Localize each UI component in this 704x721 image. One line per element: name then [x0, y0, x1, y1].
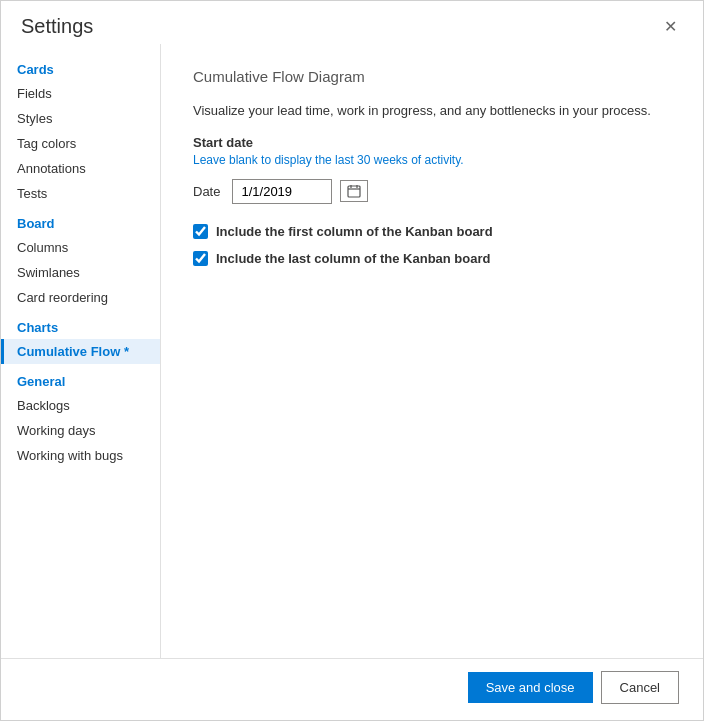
sidebar-section-cards[interactable]: Cards [1, 52, 160, 81]
sidebar-item-working-days[interactable]: Working days [1, 418, 160, 443]
date-input[interactable] [232, 179, 332, 204]
description-text: Visualize your lead time, work in progre… [193, 103, 651, 118]
sidebar: Cards Fields Styles Tag colors Annotatio… [1, 44, 161, 658]
checkbox-row-2: Include the last column of the Kanban bo… [193, 251, 671, 266]
sidebar-section-general[interactable]: General [1, 364, 160, 393]
sidebar-item-backlogs[interactable]: Backlogs [1, 393, 160, 418]
dialog-title: Settings [21, 15, 93, 38]
sidebar-item-working-with-bugs[interactable]: Working with bugs [1, 443, 160, 468]
include-first-column-label[interactable]: Include the first column of the Kanban b… [216, 224, 493, 239]
date-row: Date [193, 179, 671, 204]
section-title: Cumulative Flow Diagram [193, 68, 671, 85]
include-first-column-checkbox[interactable] [193, 224, 208, 239]
sidebar-item-card-reordering[interactable]: Card reordering [1, 285, 160, 310]
checkbox-row-1: Include the first column of the Kanban b… [193, 224, 671, 239]
sidebar-item-cumulative-flow[interactable]: Cumulative Flow * [1, 339, 160, 364]
dialog-footer: Save and close Cancel [1, 658, 703, 720]
start-date-hint: Leave blank to display the last 30 weeks… [193, 153, 671, 167]
main-content: Cumulative Flow Diagram Visualize your l… [161, 44, 703, 658]
sidebar-item-styles[interactable]: Styles [1, 106, 160, 131]
include-last-column-label[interactable]: Include the last column of the Kanban bo… [216, 251, 490, 266]
calendar-icon [347, 184, 361, 198]
settings-dialog: Settings ✕ Cards Fields Styles Tag color… [0, 0, 704, 721]
sidebar-item-tests[interactable]: Tests [1, 181, 160, 206]
dialog-header: Settings ✕ [1, 1, 703, 44]
sidebar-item-swimlanes[interactable]: Swimlanes [1, 260, 160, 285]
sidebar-item-tag-colors[interactable]: Tag colors [1, 131, 160, 156]
close-button[interactable]: ✕ [658, 17, 683, 37]
save-and-close-button[interactable]: Save and close [468, 672, 593, 703]
include-last-column-checkbox[interactable] [193, 251, 208, 266]
sidebar-item-annotations[interactable]: Annotations [1, 156, 160, 181]
description: Visualize your lead time, work in progre… [193, 101, 671, 121]
svg-rect-0 [348, 186, 360, 197]
sidebar-item-fields[interactable]: Fields [1, 81, 160, 106]
sidebar-item-columns[interactable]: Columns [1, 235, 160, 260]
sidebar-section-charts[interactable]: Charts [1, 310, 160, 339]
cancel-button[interactable]: Cancel [601, 671, 679, 704]
calendar-button[interactable] [340, 180, 368, 202]
sidebar-section-board[interactable]: Board [1, 206, 160, 235]
date-field-label: Date [193, 184, 220, 199]
start-date-label: Start date [193, 135, 671, 150]
dialog-body: Cards Fields Styles Tag colors Annotatio… [1, 44, 703, 658]
